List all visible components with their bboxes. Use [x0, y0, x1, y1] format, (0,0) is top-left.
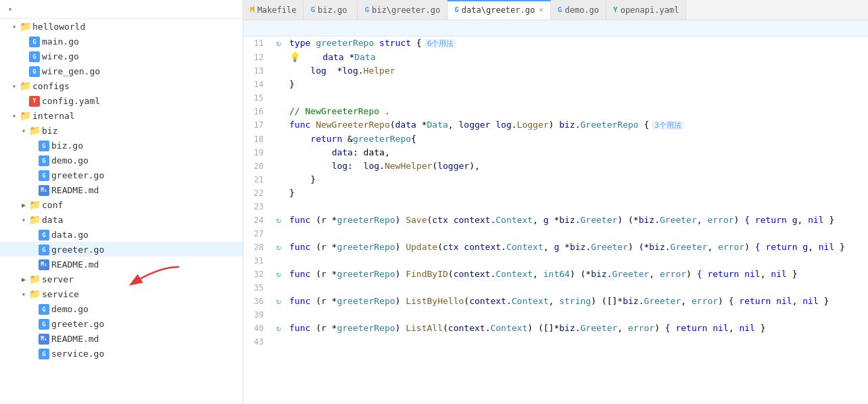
warning-icon: 💡	[289, 52, 300, 62]
line-gutter[interactable]: ↻	[270, 36, 287, 50]
folder-icon: 📁	[28, 288, 41, 299]
line-number: 16	[243, 105, 270, 118]
tab-label: data\greeter.go	[462, 5, 535, 15]
gutter-icon[interactable]: ↻	[276, 36, 281, 50]
tab-label: Makefile	[258, 5, 297, 15]
code-line-23: 23	[243, 200, 868, 213]
tree-item-label: demo.go	[51, 155, 89, 166]
tree-item-greeter.go[interactable]: G greeter.go	[0, 242, 243, 257]
tab-label: demo.go	[564, 5, 599, 15]
tree-item-README.md3[interactable]: M↓ README.md	[0, 257, 243, 272]
code-line-17: 17 func NewGreeterRepo(data *Data, logge…	[243, 118, 868, 132]
line-number: 35	[243, 281, 270, 295]
tree-item-label: greeter.go	[51, 170, 104, 180]
code-line-22: 22 }	[243, 186, 868, 200]
folder-icon: 📁	[28, 199, 41, 210]
folder-arrow: ▾	[9, 82, 19, 90]
tree-item-biz[interactable]: ▾ 📁 biz	[0, 123, 243, 138]
line-gutter[interactable]: ↻	[270, 268, 287, 281]
tab-close-btn[interactable]: ×	[539, 5, 544, 14]
line-number: 19	[243, 146, 270, 159]
line-content: // NewGreeterRepo .	[287, 105, 868, 118]
tab-biz_greeter.go[interactable]: G biz\greeter.go	[358, 0, 448, 20]
line-number: 39	[243, 308, 270, 322]
folder-icon: 📁	[28, 274, 41, 284]
tree-item-wire_gen.go[interactable]: G wire_gen.go	[0, 64, 243, 78]
gutter-icon[interactable]: ↻	[276, 295, 281, 308]
line-content: func (r *greeterRepo) ListByHello(contex…	[287, 295, 868, 308]
go-file-icon: G	[38, 155, 50, 166]
line-number: 21	[243, 173, 270, 186]
tree-item-service[interactable]: ▾ 📁 service	[0, 286, 243, 301]
gutter-icon[interactable]: ↻	[276, 268, 281, 281]
folder-icon: 📁	[19, 80, 31, 91]
code-line-24: 24 ↻ func (r *greeterRepo) Save(ctx cont…	[243, 213, 868, 227]
tab-biz.go[interactable]: G biz.go	[304, 0, 358, 20]
go-file-icon: G	[38, 170, 50, 181]
tree-item-data.go[interactable]: G data.go	[0, 227, 243, 242]
folder-arrow: ▾	[19, 127, 28, 134]
tab-file-icon: G	[454, 5, 459, 14]
tree-item-wire.go[interactable]: G wire.go	[0, 49, 243, 64]
editor-panel: M Makefile G biz.go G biz\greeter.go G d…	[243, 0, 868, 404]
tab-makefile[interactable]: M Makefile	[243, 0, 304, 20]
tree-item-configs[interactable]: ▾ 📁 configs	[0, 78, 243, 93]
line-gutter[interactable]: ↻	[270, 241, 287, 254]
tree-item-service.go[interactable]: G service.go	[0, 346, 243, 361]
line-number: 15	[243, 91, 270, 105]
line-number: 43	[243, 335, 270, 349]
tree-item-label: helloworld	[32, 22, 85, 32]
line-number: 17	[243, 118, 270, 132]
code-line-27: 27	[243, 227, 868, 241]
line-gutter[interactable]: ↻	[270, 213, 287, 227]
tree-item-greeter.go2[interactable]: G greeter.go	[0, 168, 243, 182]
line-gutter[interactable]: ↻	[270, 295, 287, 308]
line-content: type greeterRepo struct {6个用法	[287, 36, 868, 51]
tree-item-label: main.go	[42, 36, 79, 47]
line-content: data: data,	[287, 146, 868, 159]
tree-item-README.md4[interactable]: M↓ README.md	[0, 331, 243, 346]
line-number: 14	[243, 78, 270, 91]
tree-item-greeter.go3[interactable]: G greeter.go	[0, 316, 243, 331]
tree-item-README.md2[interactable]: M↓ README.md	[0, 182, 243, 197]
tree-item-demo.go2[interactable]: G demo.go	[0, 153, 243, 168]
tab-file-icon: M	[250, 5, 255, 14]
code-line-39: 39	[243, 308, 868, 322]
line-content: log *log.Helper	[287, 64, 868, 78]
tab-demo.go[interactable]: G demo.go	[551, 0, 606, 20]
tab-file-icon: G	[558, 5, 562, 14]
gutter-icon[interactable]: ↻	[276, 241, 281, 254]
tree-item-label: wire.go	[42, 51, 79, 61]
tree-item-helloworld[interactable]: ▾ 📁 helloworld	[0, 19, 243, 34]
hint-bar[interactable]	[243, 20, 868, 36]
line-gutter[interactable]: ↻	[270, 322, 287, 335]
code-line-35: 35	[243, 281, 868, 295]
tree-item-demo.go3[interactable]: G demo.go	[0, 301, 243, 316]
tree-item-conf[interactable]: ▶ 📁 conf	[0, 197, 243, 212]
tree-item-internal[interactable]: ▾ 📁 internal	[0, 108, 243, 123]
tree-item-data[interactable]: ▾ 📁 data	[0, 212, 243, 227]
line-number: 27	[243, 227, 270, 241]
code-line-16: 16 // NewGreeterRepo .	[243, 105, 868, 118]
tree-item-label: README.md	[51, 259, 99, 270]
folder-arrow: ▾	[19, 216, 28, 224]
go-file-icon: G	[38, 318, 50, 330]
sidebar-header[interactable]: ▾	[0, 0, 243, 19]
tree-item-server[interactable]: ▶ 📁 server	[0, 272, 243, 286]
gutter-icon[interactable]: ↻	[276, 213, 281, 227]
line-number: 23	[243, 200, 270, 213]
go-file-icon: G	[38, 348, 50, 359]
tab-data_greeter.go[interactable]: G data\greeter.go ×	[448, 0, 551, 20]
dropdown-icon[interactable]: ▾	[8, 5, 12, 13]
tree-item-config.yaml[interactable]: Y config.yaml	[0, 93, 243, 108]
folder-arrow: ▾	[9, 23, 19, 30]
tab-openapi.yaml[interactable]: Y openapi.yaml	[606, 0, 686, 20]
gutter-icon[interactable]: ↻	[276, 322, 281, 335]
tree-item-main.go[interactable]: G main.go	[0, 34, 243, 49]
tree-item-biz.go[interactable]: G biz.go	[0, 138, 243, 153]
go-file-icon: G	[28, 36, 41, 47]
line-number: 20	[243, 159, 270, 173]
folder-icon: 📁	[28, 125, 41, 136]
line-number: 40	[243, 322, 270, 335]
tab-label: biz\greeter.go	[372, 5, 440, 15]
